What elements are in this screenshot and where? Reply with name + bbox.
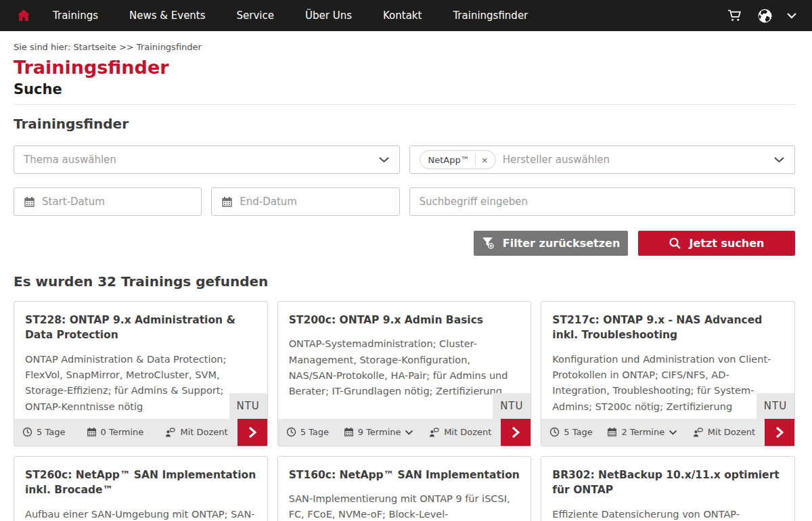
open-training-button[interactable]: [501, 419, 531, 446]
training-description: SAN-Implementierung mit ONTAP 9 für iSCS…: [289, 491, 520, 521]
card-footer: 5 Tage 0 Termine Mit Dozent: [14, 419, 267, 446]
calendar-icon: [24, 196, 35, 208]
globe-icon[interactable]: [757, 8, 773, 24]
training-card[interactable]: ST200c: ONTAP 9.x Admin Basics ONTAP-Sys…: [277, 301, 532, 447]
instructor-meta: Mit Dozent: [692, 427, 755, 438]
calendar-icon: [87, 427, 97, 437]
tag-divider: [475, 154, 476, 165]
home-icon: [16, 7, 32, 24]
instructor-icon: [692, 427, 704, 438]
cart-icon[interactable]: [726, 7, 744, 24]
breadcrumb-current: Trainingsfinder: [137, 42, 202, 52]
reset-filters-button[interactable]: Filter zurücksetzen: [474, 231, 628, 256]
training-card[interactable]: BR302: NetBackup 10.x/11.x optimiert für…: [541, 456, 795, 521]
vendor-tag-label: NetApp™: [428, 155, 470, 165]
vendor-select[interactable]: NetApp™ × Hersteller auswählen: [409, 145, 796, 174]
keyword-field[interactable]: [409, 187, 796, 216]
vendor-filter-tag: NetApp™ ×: [420, 150, 496, 169]
training-title: ST260c: NetApp™ SAN Implementation inkl.…: [25, 468, 256, 498]
training-card[interactable]: ST228: ONTAP 9.x Administration & Data P…: [14, 301, 268, 447]
nav-item-kontakt[interactable]: Kontakt: [383, 9, 422, 22]
card-footer: 5 Tage 2 Termine Mit Dozent: [541, 419, 794, 446]
reset-filters-label: Filter zurücksetzen: [503, 237, 621, 250]
search-section-heading: Trainingsfinder: [14, 116, 795, 132]
open-training-button[interactable]: [765, 419, 794, 446]
calendar-icon: [344, 427, 354, 437]
nav-item-ueber-uns[interactable]: Über Uns: [305, 9, 352, 22]
search-now-button[interactable]: Jetzt suchen: [638, 231, 795, 256]
language-chevron-down-icon[interactable]: [786, 12, 797, 19]
search-icon: [669, 237, 681, 250]
training-description: ONTAP-Systemadministration; Cluster-Mana…: [289, 336, 520, 399]
clock-icon: [22, 427, 32, 437]
training-title: BR302: NetBackup 10.x/11.x optimiert für…: [552, 468, 784, 498]
chevron-down-icon[interactable]: [773, 156, 785, 163]
arrow-right-icon: [512, 426, 520, 438]
training-card[interactable]: ST160c: NetApp™ SAN Implementation SAN-I…: [277, 456, 532, 521]
instructor-icon: [428, 427, 440, 438]
termine-chevron-down-icon[interactable]: [669, 430, 677, 435]
topic-select[interactable]: Thema auswählen: [14, 145, 400, 174]
training-title: ST217c: ONTAP 9.x - NAS Advanced inkl. T…: [552, 313, 784, 343]
keyword-input[interactable]: [420, 196, 786, 208]
home-button[interactable]: [15, 7, 32, 24]
training-title: ST200c: ONTAP 9.x Admin Basics: [289, 313, 520, 327]
topic-select-placeholder: Thema auswählen: [24, 154, 371, 166]
nav-item-trainingsfinder[interactable]: Trainingsfinder: [453, 9, 528, 22]
calendar-icon: [221, 196, 233, 208]
training-card[interactable]: ST217c: ONTAP 9.x - NAS Advanced inkl. T…: [541, 301, 795, 447]
duration-label: 5 Tage: [300, 427, 329, 437]
instructor-meta: Mit Dozent: [428, 427, 491, 438]
breadcrumb-home-link[interactable]: Startseite: [74, 42, 116, 52]
clock-icon: [549, 427, 560, 437]
open-training-button[interactable]: [238, 419, 267, 446]
termine-label: 0 Termine: [101, 427, 144, 437]
arrow-right-icon: [248, 426, 256, 438]
remove-tag-button[interactable]: ×: [481, 156, 489, 164]
nav-item-service[interactable]: Service: [237, 9, 274, 22]
termine-label: 2 Termine: [621, 427, 664, 437]
training-description: Effiziente Datensicherung von ONTAP-Syst…: [552, 507, 784, 521]
page-subtitle: Suche: [14, 81, 795, 97]
training-title: ST160c: NetApp™ SAN Implementation: [289, 468, 520, 482]
results-count-heading: Es wurden 32 Trainings gefunden: [14, 273, 795, 290]
end-date-input[interactable]: [240, 196, 389, 208]
duration-label: 5 Tage: [564, 427, 592, 437]
instructor-label: Mit Dozent: [708, 427, 755, 437]
duration-meta: 5 Tage: [22, 427, 65, 437]
duration-label: 5 Tage: [37, 427, 65, 437]
training-card[interactable]: ST260c: NetApp™ SAN Implementation inkl.…: [14, 456, 268, 521]
termine-meta: 2 Termine: [607, 427, 677, 437]
vendor-select-placeholder: Hersteller auswählen: [503, 154, 767, 166]
arrow-right-icon: [775, 426, 784, 438]
termine-meta: 9 Termine: [344, 427, 414, 437]
termine-chevron-down-icon[interactable]: [405, 430, 413, 435]
breadcrumb: Sie sind hier: Startseite >> Trainingsfi…: [14, 42, 795, 52]
termine-meta: 0 Termine: [87, 427, 144, 437]
nav-item-news-events[interactable]: News & Events: [129, 9, 206, 22]
ntu-badge: NTU: [757, 393, 794, 419]
card-footer: 5 Tage 9 Termine Mit Dozent: [278, 419, 531, 446]
instructor-label: Mit Dozent: [180, 427, 227, 437]
clock-icon: [286, 427, 296, 437]
instructor-icon: [164, 427, 176, 438]
end-date-field[interactable]: [211, 187, 399, 216]
chevron-down-icon[interactable]: [378, 156, 390, 163]
ntu-badge: NTU: [493, 393, 531, 419]
termine-label: 9 Termine: [358, 427, 401, 437]
top-navigation: Trainings News & Events Service Über Uns…: [0, 0, 812, 31]
training-description: Konfiguration und Administration von Cli…: [552, 352, 784, 415]
nav-item-trainings[interactable]: Trainings: [53, 9, 98, 22]
breadcrumb-prefix: Sie sind hier:: [14, 42, 70, 52]
start-date-input[interactable]: [42, 196, 191, 208]
start-date-field[interactable]: [14, 187, 202, 216]
filter-reset-icon: [482, 237, 495, 250]
instructor-meta: Mit Dozent: [164, 427, 227, 438]
instructor-label: Mit Dozent: [444, 427, 491, 437]
training-description: Aufbau einer SAN-Umgebung mit ONTAP; SAN…: [25, 507, 256, 521]
divider: [14, 104, 795, 105]
duration-meta: 5 Tage: [286, 427, 329, 437]
nav-links: Trainings News & Events Service Über Uns…: [53, 9, 528, 22]
training-cards-grid: ST228: ONTAP 9.x Administration & Data P…: [14, 301, 795, 521]
calendar-icon: [607, 427, 617, 437]
